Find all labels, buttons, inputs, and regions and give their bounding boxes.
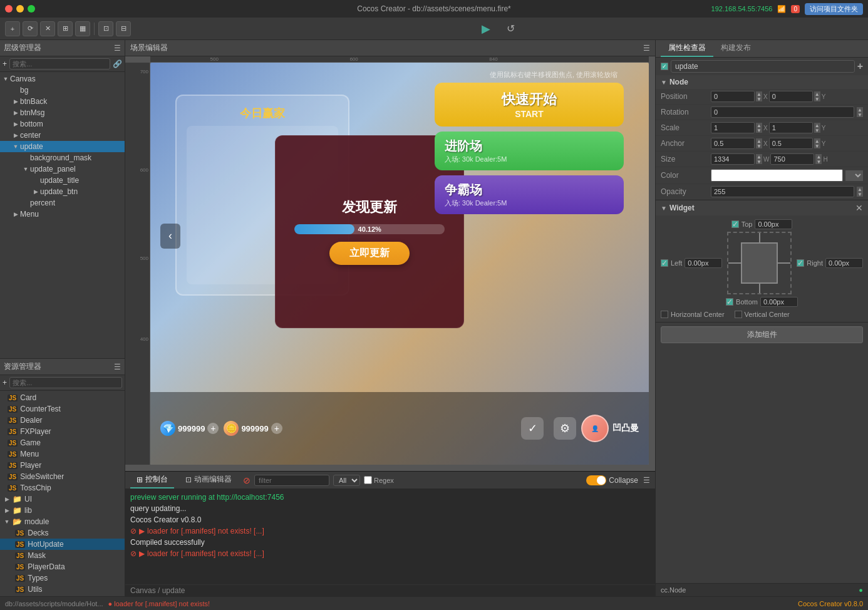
vcenter-checkbox[interactable] <box>735 311 742 318</box>
asset-item-utils[interactable]: JS Utils <box>0 584 125 595</box>
start-button[interactable]: 快速开始 START <box>435 83 624 127</box>
error-arrow[interactable]: ▶ <box>139 527 145 535</box>
hierarchy-menu-icon[interactable]: ☰ <box>114 44 121 53</box>
section-header-node[interactable]: ▼ Node <box>656 75 868 89</box>
tree-item-update-panel[interactable]: ▼ update_panel <box>0 163 125 175</box>
hierarchy-search-input[interactable] <box>9 58 110 70</box>
hcenter-checkbox[interactable] <box>661 311 668 318</box>
filter-select[interactable]: All <box>333 475 360 486</box>
asset-item-game[interactable]: JS Game <box>0 437 125 448</box>
tree-item-bg[interactable]: bg <box>0 85 125 96</box>
asset-item-player[interactable]: JS Player <box>0 460 125 471</box>
asset-item-module[interactable]: ▼ 📂 module <box>0 516 125 527</box>
add-coin-button[interactable]: + <box>271 423 282 434</box>
asset-item-card[interactable]: JS Card <box>0 392 125 403</box>
rotation-input[interactable] <box>711 106 854 118</box>
size-h-input[interactable] <box>770 153 814 165</box>
tree-item-update-btn[interactable]: ▶ update_btn <box>0 186 125 197</box>
top-value-input[interactable] <box>755 219 792 229</box>
opacity-input[interactable] <box>711 186 854 197</box>
anchor-x-input[interactable] <box>711 138 755 149</box>
color-dropdown[interactable] <box>845 170 863 181</box>
anchor-y-input[interactable] <box>769 138 813 149</box>
scale-y-down[interactable]: ▼ <box>814 128 820 133</box>
asset-plus-icon[interactable]: + <box>3 378 7 387</box>
mid-button[interactable]: 进阶场 入场: 30k Dealer:5M <box>435 132 624 170</box>
tree-item-background-mask[interactable]: background_mask <box>0 152 125 163</box>
asset-item-fxplayer[interactable]: JS FXPlayer <box>0 426 125 437</box>
anc-y-down[interactable]: ▼ <box>814 143 820 148</box>
top-checkbox[interactable]: ✓ <box>731 220 739 228</box>
scene-menu-icon[interactable]: ☰ <box>643 44 650 53</box>
asset-item-tosschip[interactable]: JS TossChip <box>0 482 125 494</box>
asset-item-mask[interactable]: JS Mask <box>0 550 125 561</box>
tree-item-update[interactable]: ▼ update <box>0 141 125 152</box>
right-checkbox[interactable]: ✓ <box>797 259 804 267</box>
node-enabled-checkbox[interactable]: ✓ <box>661 63 668 70</box>
tab-animation[interactable]: ⊡ 动画编辑器 <box>179 472 238 489</box>
asset-item-countertest[interactable]: JS CounterTest <box>0 403 125 415</box>
left-value-input[interactable] <box>685 258 722 268</box>
prev-arrow[interactable]: ‹ <box>160 224 180 249</box>
tree-item-bottom[interactable]: ▶ bottom <box>0 118 125 130</box>
scene-editor[interactable]: 700 600 500 400 500 600 840 使用鼠标右键半移视图焦点… <box>125 56 655 471</box>
tab-console[interactable]: ⊞ 控制台 <box>130 472 174 489</box>
size-h-down[interactable]: ▼ <box>815 159 822 164</box>
console-clear-button[interactable]: ⊘ <box>243 475 251 485</box>
size-w-down[interactable]: ▼ <box>756 159 762 164</box>
build-button[interactable]: ⊡ <box>98 21 113 36</box>
scale-x-input[interactable] <box>711 122 755 133</box>
bottom-checkbox[interactable]: ✓ <box>726 298 733 306</box>
anc-x-down[interactable]: ▼ <box>756 143 762 148</box>
asset-item-lib[interactable]: ▶ 📁 lib <box>0 505 125 516</box>
asset-item-hotupdate[interactable]: JS HotUpdate <box>0 539 125 550</box>
asset-item-ui[interactable]: ▶ 📁 UI <box>0 494 125 505</box>
scale-x-down[interactable]: ▼ <box>756 128 762 133</box>
pos-y-down[interactable]: ▼ <box>814 96 820 101</box>
asset-search-input[interactable] <box>9 377 122 388</box>
node-name-input[interactable] <box>671 60 855 73</box>
add-component-button[interactable]: 添加组件 <box>661 326 863 343</box>
bot-button[interactable]: 争霸场 入场: 30k Dealer:5M <box>435 175 624 214</box>
grid-button[interactable]: ⊞ <box>58 21 73 36</box>
asset-item-types[interactable]: JS Types <box>0 572 125 584</box>
tree-item-canvas[interactable]: ▼ Canvas <box>0 73 125 85</box>
position-x-input[interactable] <box>711 91 755 102</box>
rot-down[interactable]: ▼ <box>857 112 863 117</box>
update-button[interactable]: 立即更新 <box>329 242 410 265</box>
tree-item-btnmsg[interactable]: ▶ btnMsg <box>0 107 125 118</box>
console-line-6[interactable]: ⊘ ▶ loader for [.manifest] not exists! [… <box>130 548 650 559</box>
bottom-value-input[interactable] <box>760 297 798 307</box>
filter-input[interactable] <box>254 475 329 486</box>
chart-button[interactable]: ▦ <box>75 21 90 36</box>
tree-item-menu[interactable]: ▶ Menu <box>0 209 125 220</box>
asset-item-dealer[interactable]: JS Dealer <box>0 415 125 426</box>
opacity-down[interactable]: ▼ <box>857 192 863 197</box>
section-header-widget[interactable]: ▼ Widget ✕ <box>656 200 868 215</box>
color-swatch[interactable] <box>711 169 843 182</box>
size-w-input[interactable] <box>711 153 755 165</box>
left-checkbox[interactable]: ✓ <box>661 259 668 267</box>
asset-item-playerdata[interactable]: JS PlayerData <box>0 561 125 572</box>
asset-item-menu[interactable]: JS Menu <box>0 448 125 460</box>
console-line-4[interactable]: ⊘ ▶ loader for [.manifest] not exists! [… <box>130 525 650 537</box>
reload-button[interactable]: ↺ <box>501 19 521 39</box>
add-button[interactable]: + <box>5 21 20 36</box>
settings-icon[interactable]: ⚙ <box>554 417 576 440</box>
widget-close-button[interactable]: ✕ <box>855 203 863 213</box>
console-menu-icon[interactable]: ☰ <box>643 476 650 485</box>
add-diamond-button[interactable]: + <box>207 423 219 434</box>
checklist-icon[interactable]: ✓ <box>521 417 544 440</box>
pos-x-down[interactable]: ▼ <box>756 96 762 101</box>
avatar[interactable]: 👤 <box>581 415 609 442</box>
scale-y-input[interactable] <box>769 122 813 133</box>
collapse-switch[interactable] <box>586 475 606 485</box>
regex-checkbox[interactable] <box>364 476 372 484</box>
tree-item-btnback[interactable]: ▶ btnBack <box>0 96 125 107</box>
asset-menu-icon[interactable]: ☰ <box>114 363 121 371</box>
tab-inspector[interactable]: 属性检查器 <box>661 40 713 57</box>
notification-badge[interactable]: 0 <box>791 5 800 13</box>
right-value-input[interactable] <box>825 258 863 268</box>
tree-item-percent[interactable]: percent <box>0 197 125 209</box>
minimize-button[interactable] <box>16 5 24 13</box>
